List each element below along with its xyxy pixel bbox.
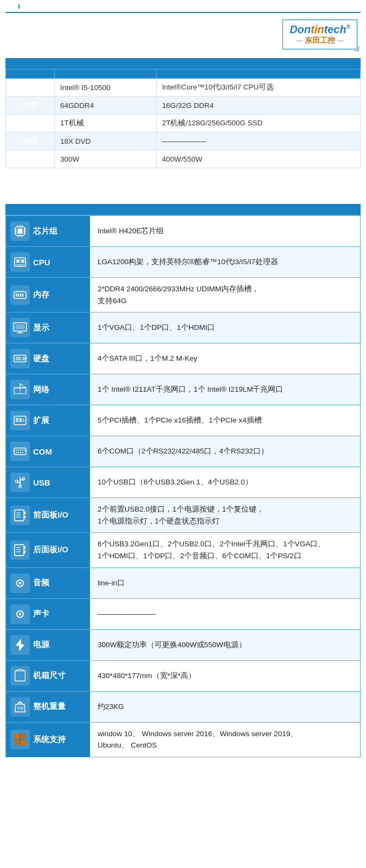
warm-tip — [5, 171, 361, 182]
logo-brand-text: Dontintech® — [290, 23, 350, 36]
detail-label-text: 系统支持 — [33, 735, 66, 745]
detail-value: 1个 Intel® I211AT千兆网口，1个 Intel® I219LM千兆网… — [90, 374, 360, 405]
svg-point-47 — [20, 450, 21, 451]
detail-label-text: 电源 — [33, 640, 49, 650]
col-name-header — [6, 69, 55, 79]
detail-value: 10个USB口（6个USB3.2Gen 1、4个USB2.0） — [90, 467, 360, 497]
detail-label-text: 硬盘 — [33, 354, 49, 364]
detail-label: 后面板I/O — [6, 533, 90, 567]
detail-label: USB — [6, 467, 90, 497]
detail-value: window 10、 Windows server 2016、Windows s… — [90, 723, 360, 757]
svg-rect-17 — [16, 264, 24, 265]
detail-row: 内存 2*DDR4 2400/2666/2933MHz UDIMM内存插槽，支持… — [5, 278, 361, 312]
detail-value: 5个PCI插槽、1个PCIe x16插槽、1个PCIe x4插槽 — [90, 405, 360, 436]
detail-icon-USB — [10, 473, 30, 492]
detail-row: 音频 line-in口 — [5, 568, 361, 599]
rec-row-name: CPU — [6, 79, 55, 97]
rec-row-optional: Intel®Core™10代i3/i5/i7 CPU可选 — [156, 79, 360, 97]
detail-value: line-in口 — [90, 568, 360, 598]
rec-row-base: 18X DVD — [55, 132, 157, 150]
rec-row-base: Intel® I5-10500 — [55, 79, 157, 97]
rec-table-row: 硬盘 1T机械 2T机械/128G/256G/500G SSD — [6, 114, 361, 132]
detail-icon-机箱尺寸 — [10, 666, 30, 686]
detail-label: 网络 — [6, 374, 90, 405]
svg-point-49 — [24, 450, 25, 451]
detail-label-text: CPU — [33, 258, 50, 267]
detail-icon-CPU — [10, 252, 30, 272]
svg-rect-22 — [22, 293, 23, 296]
detail-label: 扩展 — [6, 405, 90, 436]
rec-row-name: 电源 — [6, 150, 55, 168]
svg-point-32 — [23, 358, 25, 360]
detail-label: 硬盘 — [6, 343, 90, 374]
detail-label-text: 显示 — [33, 323, 49, 333]
logo-dash-right: — — [337, 37, 344, 44]
svg-point-51 — [18, 452, 19, 453]
detail-label-text: 音频 — [33, 578, 49, 588]
logo-dash-left: — — [296, 37, 303, 44]
svg-rect-89 — [21, 740, 26, 745]
svg-rect-41 — [16, 418, 18, 423]
recommended-section-title — [5, 58, 361, 69]
svg-point-73 — [19, 582, 22, 584]
detail-value: Intel® H420E芯片组 — [90, 216, 360, 246]
detail-label-text: 机箱尺寸 — [33, 671, 66, 681]
rec-row-optional: 16G/32G DDR4 — [156, 97, 360, 114]
detail-label-text: 后面板I/O — [33, 545, 68, 555]
detail-label-text: 网络 — [33, 385, 49, 395]
detail-label: COM — [6, 436, 90, 467]
detail-label-text: COM — [33, 447, 52, 456]
detail-value: 2个前置USB2.0接口，1个电源按键，1个复位键，1个电源指示灯，1个硬盘状态… — [90, 498, 360, 532]
svg-rect-16 — [21, 259, 24, 263]
detail-icon-COM — [10, 442, 30, 461]
detail-value: 430*480*177mm（宽*深*高） — [90, 661, 360, 691]
rec-row-optional: 2T机械/128G/256G/500G SSD — [156, 114, 360, 132]
recommended-table: CPU Intel® I5-10500 Intel®Core™10代i3/i5/… — [5, 69, 361, 168]
header — [5, 0, 361, 13]
detail-icon-硬盘 — [10, 349, 30, 368]
detail-label: 音频 — [6, 568, 90, 598]
detail-label: 内存 — [6, 278, 90, 312]
detail-icon-扩展 — [10, 411, 30, 430]
svg-rect-87 — [21, 733, 26, 739]
svg-rect-1 — [17, 228, 22, 233]
svg-rect-88 — [14, 740, 20, 745]
detail-row: 芯片组 Intel® H420E芯片组 — [5, 215, 361, 247]
detail-container: 芯片组 Intel® H420E芯片组 CPU LGA1200构架，支持英特尔®… — [5, 215, 361, 757]
detail-label: KG 整机重量 — [6, 692, 90, 722]
detail-row: 显示 1个VGA口、1个DP口、1个HDMI口 — [5, 312, 361, 343]
detail-label: 声卡 — [6, 599, 90, 629]
svg-rect-19 — [16, 293, 17, 296]
rec-table-row: 电源 300W 400W/550W — [6, 150, 361, 168]
header-right — [20, 4, 361, 9]
detail-row: CPU LGA1200构架，支持英特尔®酷睿™10代I3/I5/I7处理器 — [5, 247, 361, 278]
svg-rect-21 — [20, 293, 21, 296]
detail-section-title — [5, 204, 361, 215]
detail-label-text: 前面板I/O — [33, 510, 68, 520]
detail-icon-芯片组 — [10, 221, 30, 241]
svg-rect-67 — [24, 546, 25, 549]
detail-icon-网络 — [10, 380, 30, 399]
rec-row-optional: 400W/550W — [156, 150, 360, 168]
rec-row-base: 64GDDR4 — [55, 97, 157, 114]
svg-rect-43 — [23, 419, 24, 422]
detail-icon-电源 — [10, 635, 30, 655]
detail-label-text: USB — [33, 478, 50, 487]
detail-icon-后面板I/O — [10, 540, 30, 560]
rec-table-row: 内存 64GDDR4 16G/32G DDR4 — [6, 97, 361, 114]
logo-cn-text: 东田工控 — [305, 36, 335, 46]
svg-marker-76 — [16, 639, 24, 651]
rec-row-name: 光驱 — [6, 132, 55, 150]
detail-icon-显示 — [10, 318, 30, 337]
rec-table-row: CPU Intel® I5-10500 Intel®Core™10代i3/i5/… — [6, 79, 361, 97]
detail-icon-音频 — [10, 573, 30, 593]
detail-label: 电源 — [6, 630, 90, 660]
detail-label-text: 扩展 — [33, 416, 49, 426]
svg-point-46 — [18, 450, 19, 451]
detail-value: 1个VGA口、1个DP口、1个HDMI口 — [90, 312, 360, 343]
detail-label-text: 声卡 — [33, 609, 49, 619]
rec-row-base: 300W — [55, 150, 157, 168]
rec-row-optional: —————— — [156, 132, 360, 150]
detail-label: 前面板I/O — [6, 498, 90, 532]
svg-point-48 — [22, 450, 23, 451]
